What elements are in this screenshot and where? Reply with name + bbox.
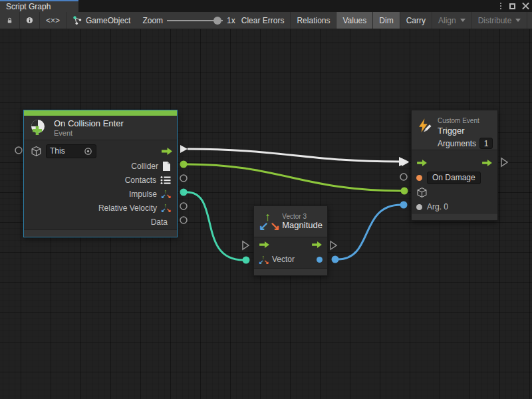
port-label: Data [151,217,168,227]
event-color-bar [24,110,177,116]
port-magnitude-output[interactable] [332,256,339,263]
node-footer [412,213,497,220]
wire-collider-to-gameobject[interactable] [187,164,402,191]
flow-output-arrow-icon [481,159,493,167]
target-row [412,185,497,200]
info-icon [26,15,33,25]
port-label: Relative Velocity [98,203,157,213]
align-dropdown[interactable]: Align [432,12,472,29]
port-flow-output[interactable] [180,145,188,153]
zoom-value: 1x [227,16,235,25]
collider-icon [162,161,171,172]
chevron-down-icon [460,19,466,22]
graph-toolbar: <×> GameObject Zoom 1x Clear Errors Rela… [0,12,532,29]
port-arg0-input[interactable] [400,201,408,209]
values-toggle[interactable]: Values [336,12,373,29]
port-collider-output[interactable] [180,161,188,168]
port-label: Arg. 0 [427,202,448,211]
target-row: This [24,143,177,159]
close-icon[interactable] [522,3,529,10]
window-controls [499,0,529,12]
port-relative-velocity-output[interactable] [180,203,187,209]
tab-bar: Script Graph [0,0,532,12]
vector-input-row: ↑↙↘ Vector [254,252,327,267]
carry-button[interactable]: Carry [400,12,432,29]
maximize-icon[interactable] [509,3,515,9]
node-vector3-magnitude[interactable]: ↑↙↘ Vector 3 Magnitude ↑↙↘ Vector [253,205,328,276]
relations-button[interactable]: Relations [291,12,336,29]
port-row-impulse: Impulse ↑↙↘ [24,187,177,201]
object-picker-icon[interactable] [84,147,92,156]
port-label: Contacts [125,176,156,185]
clear-errors-button[interactable]: Clear Errors [235,12,291,29]
port-trigger-flow-output[interactable] [501,158,507,166]
vector3-icon: ↑↙↘ [259,211,277,232]
arg0-row: Arg. 0 [412,200,497,214]
distribute-dropdown[interactable]: Distribute [472,12,528,29]
wire-magnitude-to-arg0[interactable] [338,205,401,259]
dim-toggle[interactable]: Dim [373,12,400,29]
event-icon [29,118,48,137]
node-title: Trigger [438,126,493,136]
flow-output-arrow-icon [161,147,173,156]
port-label: Collider [131,162,158,171]
arguments-field[interactable]: 1 [479,138,493,149]
list-icon [160,176,171,185]
port-event-name-input[interactable] [400,174,407,180]
lock-icon [6,15,13,26]
zoom-slider-handle[interactable] [213,17,221,25]
float-output-dot [317,257,323,263]
node-header: ↑↙↘ Vector 3 Magnitude [254,206,327,237]
zoom-label: Zoom [142,16,163,25]
lock-button[interactable] [0,12,20,29]
port-trigger-target-input[interactable] [401,188,408,195]
window-menu-icon[interactable] [499,1,503,11]
vector3-icon: ↑↙↘ [259,255,269,265]
node-body: This Collider [24,140,177,229]
event-name-field[interactable]: On Damage [427,172,481,184]
node-footer [24,229,177,237]
vector3-icon: ↑↙↘ [161,203,171,213]
wire-impulse-to-vector[interactable] [187,192,243,260]
target-value: This [50,146,65,156]
port-label: Vector [272,255,295,264]
port-contacts-output[interactable] [180,175,187,182]
graph-icon [72,15,82,25]
port-row-collider: Collider [24,159,177,173]
port-magnitude-flow-output[interactable] [331,241,336,249]
code-icon: <×> [46,16,60,25]
code-preview-button[interactable]: <×> [40,12,66,29]
port-magnitude-flow-input[interactable] [243,241,249,249]
overview-button[interactable]: Overv [527,12,532,29]
graph-canvas[interactable]: On Collision Enter Event This [0,29,532,399]
zoom-slider[interactable] [167,20,223,21]
port-trigger-flow-input[interactable] [402,158,409,166]
node-on-collision-enter[interactable]: On Collision Enter Event This [23,110,178,237]
node-subtitle: Event [54,129,124,137]
zoom-control: Zoom 1x [136,12,235,29]
arguments-label: Arguments [438,139,476,148]
gameobject-breadcrumb[interactable]: GameObject [66,12,136,29]
flow-row [254,237,327,252]
arg0-input-dot [416,204,422,210]
port-data-output[interactable] [180,217,187,223]
wire-flow[interactable] [188,149,400,162]
flow-input-arrow-icon [416,159,428,167]
port-row-relative-velocity: Relative Velocity ↑↙↘ [24,201,177,215]
tab-script-graph[interactable]: Script Graph [0,0,78,12]
cube-icon [31,146,42,157]
event-name-row: On Damage [412,170,497,185]
flow-input-arrow-icon [259,241,270,249]
node-title: Magnitude [282,220,323,230]
node-footer [254,268,327,275]
port-event-target-input[interactable] [15,147,22,154]
unity-script-graph-window: Script Graph <×> [0,0,532,399]
info-button[interactable] [20,12,40,29]
node-title: On Collision Enter [54,118,124,128]
port-vector-input[interactable] [243,257,250,264]
port-impulse-output[interactable] [180,189,188,196]
node-trigger-custom-event[interactable]: Custom Event Trigger Arguments 1 [411,110,498,221]
flow-row [412,156,497,170]
target-field[interactable]: This [46,144,96,158]
cube-icon [416,187,428,198]
